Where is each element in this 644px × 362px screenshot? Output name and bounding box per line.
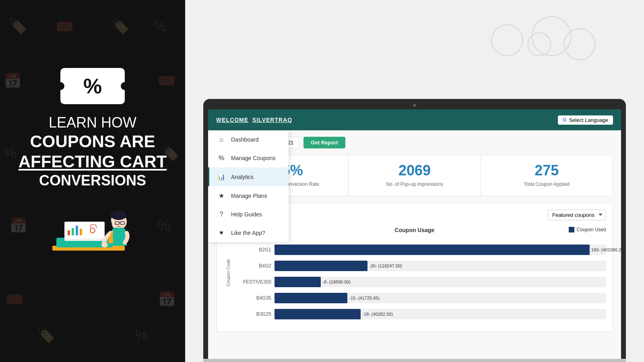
- bar-row-b2g1: B2G1 160- (401066.24): [235, 245, 606, 255]
- laptop-screen-inner: WELCOME SILVERTRAQ G Select Language: [208, 109, 621, 359]
- svg-rect-6: [76, 226, 78, 235]
- left-panel: 🏷️ 🎟️ % 🏷️ 📅 🎟️ % 🏷️ 📅 % 🎟️ 📅 🏷️ % % LEA…: [0, 0, 185, 362]
- legend-color: [569, 227, 574, 232]
- sidebar-label-dashboard: Dashboard: [231, 136, 259, 143]
- stat-card-coupon: 275 Total Coupon Applied: [481, 155, 613, 196]
- bar-fill-b3g25: [275, 309, 361, 319]
- bar-track-b2g1: 160- (401066.24): [275, 245, 606, 255]
- y-axis-label: Coupon Code: [226, 276, 231, 286]
- sidebar-item-dashboard[interactable]: ⌂ Dashboard: [208, 130, 289, 149]
- stat-card-impressions: 2069 No. of Pop-up impressions: [349, 155, 481, 196]
- sidebar-item-manage-coupons[interactable]: % Manage Coupons: [208, 149, 289, 167]
- sidebar-label-manage-plans: Manage Plans: [231, 193, 267, 199]
- bar-value-b2g1: 160- (401066.24): [591, 247, 621, 252]
- zero-line: ─ 0: [235, 237, 606, 242]
- bar-track-festive350: -8- (18890.00): [275, 277, 606, 287]
- bar-label-b4g35: B4G35: [235, 295, 271, 301]
- bar-label-festive350: FESTIVE350: [235, 279, 271, 285]
- bar-chart: ─ 0 B2G1 160- (401066.24): [235, 237, 606, 325]
- bar-fill-b4g2: [275, 261, 367, 271]
- bar-value-b4g2: -20- (118247.00): [369, 263, 402, 268]
- bar-fill-festive350: [275, 277, 321, 287]
- language-button[interactable]: G Select Language: [558, 115, 613, 125]
- bar-track-b3g25: -18- (40282.50): [275, 309, 606, 319]
- bar-fill-b4g35: [275, 293, 347, 303]
- chart-legend: Coupon Used: [569, 227, 606, 232]
- bg-decorations: 🏷️ 🎟️ % 🏷️ 📅 🎟️ % 🏷️ 📅 % 🎟️ 📅 🏷️ %: [0, 0, 185, 362]
- app-body: ⌂ Dashboard % Manage Coupons 📊 Analytics: [208, 130, 621, 359]
- sidebar-label-manage-coupons: Manage Coupons: [231, 155, 276, 161]
- sidebar-item-like-app[interactable]: ♥ Like the App?: [208, 224, 289, 242]
- bar-label-b3g25: B3G25: [235, 311, 271, 317]
- laptop-wrapper: WELCOME SILVERTRAQ G Select Language: [185, 99, 644, 362]
- bar-row-b4g35: B4G35 -15- (41725.65): [235, 293, 606, 303]
- username-text: SILVERTRAQ: [252, 117, 292, 123]
- heart-icon: ♥: [217, 229, 225, 237]
- svg-point-14: [101, 243, 108, 247]
- sidebar-dropdown: ⌂ Dashboard % Manage Coupons 📊 Analytics: [208, 130, 289, 242]
- app-screen: WELCOME SILVERTRAQ G Select Language: [208, 109, 621, 359]
- laptop: WELCOME SILVERTRAQ G Select Language: [203, 99, 626, 362]
- bar-track-b4g35: -15- (41725.65): [275, 293, 606, 303]
- sidebar-label-help-guides: Help Guides: [231, 211, 262, 218]
- bar-value-festive350: -8- (18890.00): [322, 280, 351, 284]
- google-icon: G: [563, 117, 566, 123]
- sidebar-item-help-guides[interactable]: ? Help Guides: [208, 205, 289, 224]
- sidebar-label-analytics: Analytics: [231, 174, 254, 180]
- stat-value-impressions: 2069: [357, 163, 472, 178]
- bar-track-b4g2: -20- (118247.00): [275, 261, 606, 271]
- welcome-text: WELCOME SILVERTRAQ: [216, 117, 292, 123]
- bar-row-b3g25: B3G25 -18- (40282.50): [235, 309, 606, 319]
- svg-rect-3: [65, 222, 104, 239]
- bar-fill-b2g1: [275, 245, 590, 255]
- right-panel: WELCOME SILVERTRAQ G Select Language: [185, 0, 644, 362]
- percent-icon: %: [217, 154, 225, 162]
- sidebar-label-like-app: Like the App?: [231, 230, 265, 236]
- legend-label: Coupon Used: [577, 227, 606, 232]
- help-icon: ?: [217, 211, 225, 218]
- get-report-button[interactable]: Get Report: [303, 137, 345, 148]
- bar-label-b2g1: B2G1: [235, 247, 271, 253]
- bar-value-b4g35: -15- (41725.65): [349, 296, 380, 300]
- analytics-icon: 📊: [217, 173, 225, 181]
- svg-rect-4: [68, 230, 70, 235]
- coupon-percent-symbol: %: [83, 76, 102, 97]
- bar-chart-wrapper: Coupon Code ─ 0 B2G1: [223, 237, 606, 325]
- svg-rect-5: [72, 228, 74, 235]
- stat-label-impressions: No. of Pop-up impressions: [357, 181, 472, 188]
- svg-rect-7: [80, 229, 82, 235]
- coupon-icon: %: [60, 68, 125, 104]
- home-icon: ⌂: [217, 136, 225, 143]
- lang-button-label: Select Language: [569, 117, 608, 123]
- chart-filter-select[interactable]: Featured coupons All coupons: [548, 210, 606, 220]
- camera-dot: [413, 104, 416, 107]
- bar-label-b4g2: B4G2: [235, 263, 271, 269]
- welcome-label: WELCOME: [216, 117, 248, 123]
- stat-value-coupon: 275: [489, 163, 605, 178]
- sidebar-item-analytics[interactable]: 📊 Analytics: [208, 167, 289, 186]
- bar-row-b4g2: B4G2 -20- (118247.00): [235, 261, 606, 271]
- app-header: WELCOME SILVERTRAQ G Select Language: [208, 109, 621, 130]
- laptop-screen-outer: WELCOME SILVERTRAQ G Select Language: [203, 99, 626, 359]
- bar-row-festive350: FESTIVE350 -8- (18890.00): [235, 277, 606, 287]
- star-icon: ★: [217, 192, 225, 200]
- laptop-base: [203, 359, 626, 362]
- person-illustration: [44, 197, 141, 270]
- bar-value-b3g25: -18- (40282.50): [362, 312, 393, 317]
- sidebar-item-manage-plans[interactable]: ★ Manage Plans: [208, 186, 289, 205]
- stat-label-coupon: Total Coupon Applied: [489, 181, 605, 188]
- svg-point-10: [111, 210, 127, 220]
